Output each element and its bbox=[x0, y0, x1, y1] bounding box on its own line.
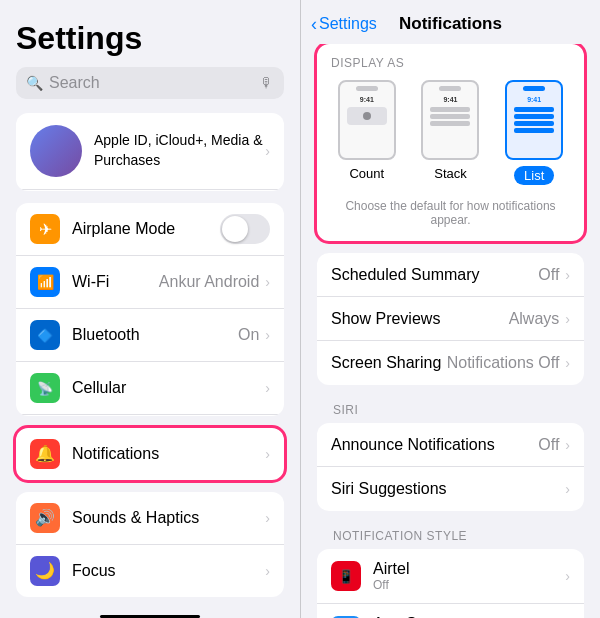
notif-bar bbox=[430, 107, 470, 112]
notif-list-bar bbox=[514, 114, 554, 119]
chevron-right-icon: › bbox=[265, 380, 270, 396]
show-previews-label: Show Previews bbox=[331, 310, 509, 328]
phone-time: 9:41 bbox=[443, 96, 457, 103]
scheduled-summary-value: Off bbox=[538, 266, 559, 284]
wifi-row[interactable]: 📶 Wi-Fi Ankur Android › bbox=[16, 256, 284, 309]
wifi-label: Wi-Fi bbox=[72, 273, 159, 291]
bluetooth-icon: 🔷 bbox=[30, 320, 60, 350]
count-label: Count bbox=[349, 166, 384, 181]
phone-notch bbox=[356, 86, 378, 91]
notifications-icon: 🔔 bbox=[30, 439, 60, 469]
chevron-right-icon: › bbox=[265, 327, 270, 343]
chevron-right-icon: › bbox=[265, 143, 270, 159]
chevron-right-icon: › bbox=[565, 311, 570, 327]
airtel-row[interactable]: 📱 Airtel Off › bbox=[317, 549, 584, 604]
connectivity-group: ✈ Airplane Mode 📶 Wi-Fi Ankur Android › … bbox=[16, 203, 284, 415]
show-previews-value: Always bbox=[509, 310, 560, 328]
wifi-value: Ankur Android bbox=[159, 273, 260, 291]
display-as-label: DISPLAY AS bbox=[329, 56, 572, 70]
notifications-row-outlined[interactable]: 🔔 Notifications › bbox=[16, 428, 284, 480]
show-previews-row[interactable]: Show Previews Always › bbox=[317, 297, 584, 341]
sounds-row[interactable]: 🔊 Sounds & Haptics › bbox=[16, 492, 284, 545]
siri-suggestions-row[interactable]: Siri Suggestions › bbox=[317, 467, 584, 511]
screen-sharing-value: Notifications Off bbox=[447, 354, 560, 372]
right-panel: ‹ Settings Notifications DISPLAY AS 9:41 bbox=[300, 0, 600, 618]
scheduled-summary-label: Scheduled Summary bbox=[331, 266, 538, 284]
bottom-group: 🔊 Sounds & Haptics › 🌙 Focus › ⏱ Screen … bbox=[16, 492, 284, 598]
announce-notifications-label: Announce Notifications bbox=[331, 436, 538, 454]
announce-notifications-value: Off bbox=[538, 436, 559, 454]
back-chevron-icon: ‹ bbox=[311, 14, 317, 35]
list-phone-mock: 9:41 bbox=[505, 80, 563, 160]
phone-time: 9:41 bbox=[527, 96, 541, 103]
chevron-right-icon: › bbox=[565, 437, 570, 453]
cellular-icon: 📡 bbox=[30, 373, 60, 403]
main-settings-group: Scheduled Summary Off › Show Previews Al… bbox=[317, 253, 584, 385]
airtel-sub: Off bbox=[373, 578, 409, 592]
display-option-count[interactable]: 9:41 Count bbox=[338, 80, 396, 185]
appstore-row[interactable]: 🅐 App Store Banners › bbox=[317, 604, 584, 618]
family-row[interactable]: › bbox=[16, 190, 284, 191]
cellular-row[interactable]: 📡 Cellular › bbox=[16, 362, 284, 415]
notification-list bbox=[514, 107, 554, 133]
bluetooth-value: On bbox=[238, 326, 259, 344]
announce-notifications-row[interactable]: Announce Notifications Off › bbox=[317, 423, 584, 467]
chevron-right-icon: › bbox=[565, 568, 570, 584]
bluetooth-row[interactable]: 🔷 Bluetooth On › bbox=[16, 309, 284, 362]
chevron-right-icon: › bbox=[265, 510, 270, 526]
airplane-mode-label: Airplane Mode bbox=[72, 220, 212, 238]
chevron-right-icon: › bbox=[265, 563, 270, 579]
phone-notch bbox=[439, 86, 461, 91]
apple-id-text: Apple ID, iCloud+, Media & Purchases bbox=[94, 131, 265, 170]
settings-title: Settings bbox=[0, 0, 300, 67]
airtel-name: Airtel bbox=[373, 560, 409, 578]
phone-notch bbox=[523, 86, 545, 91]
siri-group: Announce Notifications Off › Siri Sugges… bbox=[317, 423, 584, 511]
right-content: DISPLAY AS 9:41 Count bbox=[301, 44, 600, 618]
stack-label: Stack bbox=[434, 166, 467, 181]
airtel-info: Airtel Off bbox=[373, 560, 409, 592]
notif-list-bar bbox=[514, 121, 554, 126]
notification-style-label: NOTIFICATION STYLE bbox=[301, 523, 600, 547]
phone-time: 9:41 bbox=[360, 96, 374, 103]
notification-stack bbox=[430, 107, 470, 126]
count-dot bbox=[363, 112, 371, 120]
focus-icon: 🌙 bbox=[30, 556, 60, 586]
notifications-row-inner[interactable]: 🔔 Notifications › bbox=[16, 428, 284, 480]
notif-bar bbox=[430, 121, 470, 126]
right-header: ‹ Settings Notifications bbox=[301, 0, 600, 44]
airtel-icon: 📱 bbox=[331, 561, 361, 591]
display-option-stack[interactable]: 9:41 Stack bbox=[421, 80, 479, 185]
apple-id-card: Apple ID, iCloud+, Media & Purchases › › bbox=[16, 113, 284, 191]
microphone-icon: 🎙 bbox=[260, 75, 274, 91]
siri-section-label: SIRI bbox=[301, 397, 600, 421]
list-selected-badge: List bbox=[514, 166, 554, 185]
airplane-mode-row[interactable]: ✈ Airplane Mode bbox=[16, 203, 284, 256]
back-button[interactable]: ‹ Settings bbox=[311, 14, 377, 35]
notification-count bbox=[347, 107, 387, 125]
avatar bbox=[30, 125, 82, 177]
display-as-section: DISPLAY AS 9:41 Count bbox=[317, 44, 584, 241]
airplane-mode-icon: ✈ bbox=[30, 214, 60, 244]
search-placeholder: Search bbox=[49, 74, 254, 92]
apple-id-row[interactable]: Apple ID, iCloud+, Media & Purchases › bbox=[16, 113, 284, 190]
focus-row[interactable]: 🌙 Focus › bbox=[16, 545, 284, 598]
left-panel: Settings 🔍 Search 🎙 Apple ID, iCloud+, M… bbox=[0, 0, 300, 618]
search-icon: 🔍 bbox=[26, 75, 43, 91]
wifi-icon: 📶 bbox=[30, 267, 60, 297]
notif-bar bbox=[430, 114, 470, 119]
chevron-right-icon: › bbox=[565, 355, 570, 371]
stack-phone-mock: 9:41 bbox=[421, 80, 479, 160]
display-option-list[interactable]: 9:41 List bbox=[505, 80, 563, 185]
screen-sharing-label: Screen Sharing bbox=[331, 354, 447, 372]
display-hint: Choose the default for how notifications… bbox=[329, 195, 572, 229]
notif-list-bar bbox=[514, 128, 554, 133]
page-title: Notifications bbox=[399, 14, 502, 34]
count-phone-mock: 9:41 bbox=[338, 80, 396, 160]
scheduled-summary-row[interactable]: Scheduled Summary Off › bbox=[317, 253, 584, 297]
search-bar[interactable]: 🔍 Search 🎙 bbox=[16, 67, 284, 99]
chevron-right-icon: › bbox=[265, 274, 270, 290]
focus-label: Focus bbox=[72, 562, 265, 580]
airplane-mode-toggle[interactable] bbox=[220, 214, 270, 244]
screen-sharing-row[interactable]: Screen Sharing Notifications Off › bbox=[317, 341, 584, 385]
